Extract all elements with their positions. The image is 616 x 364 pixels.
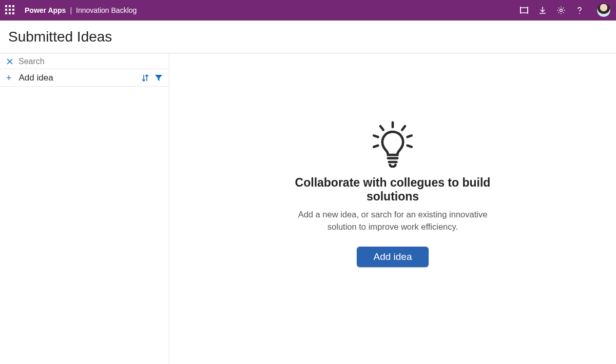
user-avatar[interactable] xyxy=(596,3,611,17)
main-content: Collaborate with collegues to build solu… xyxy=(169,54,616,364)
app-topbar: Power Apps | Innovation Backlog xyxy=(0,0,616,21)
svg-line-16 xyxy=(408,135,412,137)
ideas-sidebar: + Add idea xyxy=(0,54,169,364)
search-input[interactable] xyxy=(18,57,163,66)
page-title: Submitted Ideas xyxy=(8,29,112,45)
svg-line-13 xyxy=(380,126,383,130)
svg-point-5 xyxy=(560,9,563,12)
app-name-label: Innovation Backlog xyxy=(76,6,137,14)
svg-line-14 xyxy=(402,126,405,130)
topbar-actions xyxy=(519,3,611,17)
lightbulb-icon xyxy=(369,120,416,168)
svg-line-15 xyxy=(374,135,378,137)
add-idea-row[interactable]: + Add idea xyxy=(0,69,169,87)
svg-line-17 xyxy=(374,146,378,147)
help-icon[interactable] xyxy=(575,6,584,15)
settings-gear-icon[interactable] xyxy=(556,6,566,15)
empty-subtext: Add a new idea, or sarch for an existing… xyxy=(270,209,516,233)
svg-point-6 xyxy=(579,13,580,14)
fit-to-screen-icon[interactable] xyxy=(519,6,529,15)
plus-icon: + xyxy=(6,73,12,83)
add-idea-button[interactable]: Add idea xyxy=(357,247,428,267)
brand-label: Power Apps xyxy=(25,6,66,14)
svg-marker-11 xyxy=(155,75,162,81)
download-icon[interactable] xyxy=(538,6,547,15)
brand-divider: | xyxy=(70,6,72,14)
svg-line-18 xyxy=(408,146,412,147)
page-body: + Add idea xyxy=(0,53,616,364)
empty-heading: Collaborate with collegues to build solu… xyxy=(270,176,516,204)
empty-state: Collaborate with collegues to build solu… xyxy=(270,120,516,267)
app-launcher-icon[interactable] xyxy=(5,5,15,15)
svg-rect-0 xyxy=(521,8,528,13)
filter-icon[interactable] xyxy=(155,74,163,82)
sort-icon[interactable] xyxy=(141,74,149,82)
clear-search-icon[interactable] xyxy=(6,58,13,65)
page-header: Submitted Ideas xyxy=(0,21,616,53)
search-row[interactable] xyxy=(0,54,169,69)
add-idea-label: Add idea xyxy=(19,73,53,83)
